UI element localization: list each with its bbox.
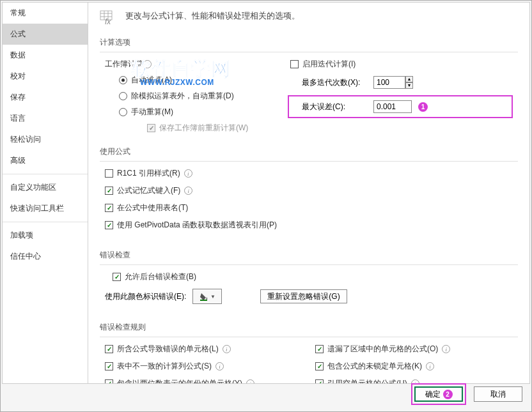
info-icon[interactable]: [246, 379, 254, 383]
info-icon[interactable]: [184, 169, 192, 178]
max-change-input[interactable]: [373, 100, 412, 113]
rule-row[interactable]: 包含以两位数表示的年份的单元格(Y): [105, 378, 302, 383]
checkbox-icon: [315, 345, 324, 353]
rule-label: 所含公式导致错误的单元格(L): [117, 344, 219, 355]
table-names-check[interactable]: 在公式中使用表名(T): [105, 202, 513, 213]
header-description: 更改与公式计算、性能和错误处理相关的选项。: [125, 10, 300, 22]
error-color-picker[interactable]: ▼: [192, 289, 222, 304]
enable-iterative[interactable]: 启用迭代计算(I): [290, 59, 513, 70]
max-iter-input[interactable]: [373, 76, 405, 89]
checkbox-icon: [290, 60, 299, 68]
sidebar-scroll[interactable]: 常规 公式 数据 校对 保存 语言 轻松访问 高级 自定义功能区 快速访问工具栏…: [3, 3, 88, 383]
r1c1-check[interactable]: R1C1 引用样式(R): [105, 168, 513, 179]
sidebar-item-ease[interactable]: 轻松访问: [3, 129, 88, 150]
section-formulas-title: 使用公式: [100, 142, 518, 162]
reset-ignored-errors-button[interactable]: 重新设置忽略错误(G): [260, 289, 347, 303]
rule-row[interactable]: 遗漏了区域中的单元格的公式(O): [315, 344, 513, 355]
dialog-button-row: 确定 2 取消: [411, 383, 522, 405]
workbook-calc-label-row: 工作簿计算: [105, 59, 271, 70]
info-icon[interactable]: [223, 345, 231, 353]
section-calc-body: 工作簿计算 自动重算(A) 除模拟运算表外，自动重算(D): [100, 52, 518, 136]
rule-label: 包含以两位数表示的年份的单元格(Y): [117, 378, 242, 383]
section-rules-title: 错误检查规则: [100, 318, 518, 337]
rule-row[interactable]: 包含公式的未锁定单元格(K): [315, 361, 513, 372]
ok-label: 确定: [425, 389, 441, 400]
checkbox-icon: [105, 362, 113, 370]
sidebar-item-ribbon[interactable]: 自定义功能区: [3, 177, 88, 198]
max-iter-spinner: ▲ ▼: [373, 76, 413, 89]
checkbox-icon: [105, 345, 113, 353]
workbook-calc-label: 工作簿计算: [105, 59, 143, 70]
sidebar-separator: [3, 222, 88, 222]
rules-right: 遗漏了区域中的单元格的公式(O) 包含公式的未锁定单元格(K) 引用空单元格的公…: [315, 344, 513, 383]
annotation-badge-2: 2: [443, 390, 453, 399]
sidebar: 常规 公式 数据 校对 保存 语言 轻松访问 高级 自定义功能区 快速访问工具栏…: [3, 3, 88, 383]
enable-bg-check[interactable]: 允许后台错误检查(B): [105, 271, 513, 282]
checkbox-icon: [105, 204, 113, 212]
sidebar-item-proofing[interactable]: 校对: [3, 66, 88, 87]
options-dialog: 常规 公式 数据 校对 保存 语言 轻松访问 高级 自定义功能区 快速访问工具栏…: [0, 0, 532, 412]
pivot-label: 使用 GetPivotData 函数获取数据透视表引用(P): [117, 220, 277, 231]
rule-row[interactable]: 引用空单元格的公式(U): [315, 378, 513, 383]
rule-row[interactable]: 所含公式导致错误的单元格(L): [105, 344, 302, 355]
radio-manual[interactable]: 手动重算(M): [119, 107, 271, 118]
error-color-row: 使用此颜色标识错误(E): ▼ 重新设置忽略错误(G): [105, 289, 513, 304]
table-names-label: 在公式中使用表名(T): [117, 202, 188, 213]
sidebar-separator: [3, 174, 88, 174]
max-iter-label: 最多迭代次数(X):: [302, 77, 367, 88]
info-icon[interactable]: [215, 362, 224, 370]
sidebar-item-general[interactable]: 常规: [3, 3, 88, 24]
info-icon[interactable]: [184, 187, 192, 195]
checkbox-icon: [105, 169, 113, 178]
svg-text:fx: fx: [105, 17, 111, 26]
rule-row[interactable]: 表中不一致的计算列公式(S): [105, 361, 302, 372]
r1c1-label: R1C1 引用样式(R): [117, 168, 180, 179]
autocomplete-label: 公式记忆式键入(F): [117, 185, 180, 196]
radio-auto-except[interactable]: 除模拟运算表外，自动重算(D): [119, 91, 271, 102]
checkbox-icon: [315, 379, 324, 383]
pivot-check[interactable]: 使用 GetPivotData 函数获取数据透视表引用(P): [105, 220, 513, 231]
svg-rect-6: [200, 300, 207, 301]
enable-bg-label: 允许后台错误检查(B): [125, 271, 196, 282]
ok-highlight: 确定 2: [411, 383, 466, 405]
watermark-url: WWW.RJZXW.COM: [140, 78, 214, 87]
radio-label: 手动重算(M): [131, 107, 173, 118]
iterative-label: 启用迭代计算(I): [302, 59, 356, 70]
main-panel: fx 更改与公式计算、性能和错误处理相关的选项。 计算选项 工作簿计算 自动重算…: [88, 3, 529, 383]
recalc-before-save: 保存工作簿前重新计算(W): [119, 123, 271, 134]
rules-left: 所含公式导致错误的单元格(L) 表中不一致的计算列公式(S) 包含以两位数表示的…: [105, 344, 302, 383]
rule-label: 引用空单元格的公式(U): [327, 378, 407, 383]
rule-label: 遗漏了区域中的单元格的公式(O): [327, 344, 438, 355]
spin-down[interactable]: ▼: [405, 82, 413, 89]
sidebar-item-addins[interactable]: 加载项: [3, 225, 88, 246]
info-icon[interactable]: [143, 60, 152, 68]
info-icon[interactable]: [442, 345, 450, 353]
checkbox-icon: [105, 379, 113, 383]
checkbox-icon: [113, 273, 121, 281]
sidebar-item-trust[interactable]: 信任中心: [3, 246, 88, 267]
spin-up[interactable]: ▲: [405, 76, 413, 82]
max-change-row: 最大误差(C): 1: [293, 100, 508, 113]
sidebar-item-save[interactable]: 保存: [3, 87, 88, 108]
section-error-check-body: 允许后台错误检查(B) 使用此颜色标识错误(E): ▼ 重新设置忽略错误(G): [100, 265, 518, 312]
ok-button[interactable]: 确定 2: [414, 386, 463, 402]
cancel-button[interactable]: 取消: [474, 386, 522, 402]
dialog-body: 常规 公式 数据 校对 保存 语言 轻松访问 高级 自定义功能区 快速访问工具栏…: [2, 2, 530, 384]
sidebar-item-data[interactable]: 数据: [3, 45, 88, 66]
main-header: fx 更改与公式计算、性能和错误处理相关的选项。: [100, 10, 518, 26]
rule-label: 表中不一致的计算列公式(S): [117, 361, 212, 372]
chevron-down-icon: ▼: [210, 294, 215, 300]
max-iterations-row: 最多迭代次数(X): ▲ ▼: [290, 76, 513, 89]
sidebar-item-language[interactable]: 语言: [3, 108, 88, 129]
sidebar-item-advanced[interactable]: 高级: [3, 150, 88, 171]
radio-label: 除模拟运算表外，自动重算(D): [131, 91, 234, 102]
section-calc-title: 计算选项: [100, 33, 518, 52]
autocomplete-check[interactable]: 公式记忆式键入(F): [105, 185, 513, 196]
calc-left-col: 工作簿计算 自动重算(A) 除模拟运算表外，自动重算(D): [105, 59, 271, 134]
max-change-highlight: 最大误差(C): 1: [288, 95, 513, 118]
sidebar-item-qat[interactable]: 快速访问工具栏: [3, 198, 88, 219]
checkbox-icon: [105, 187, 113, 195]
sidebar-item-formulas[interactable]: 公式: [3, 24, 88, 45]
formula-icon: fx: [100, 10, 120, 26]
info-icon[interactable]: [426, 362, 434, 370]
